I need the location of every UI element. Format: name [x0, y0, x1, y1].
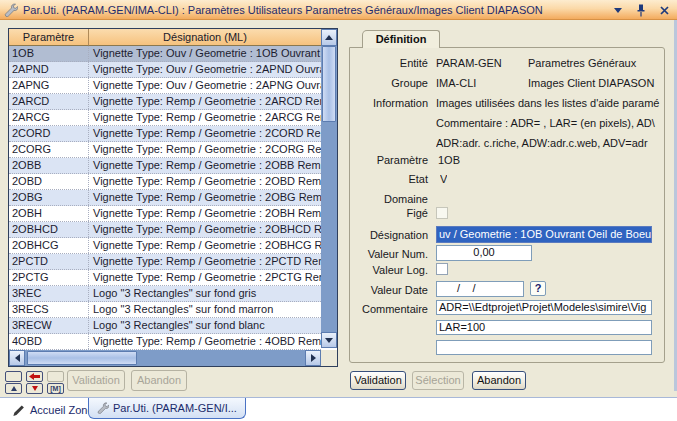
- designation-cell: Vignette Type: Remp / Geometrie : 2CORG …: [89, 142, 321, 157]
- designation-cell: Vignette Type: Remp / Geometrie : 2OBHCD…: [89, 222, 321, 237]
- etat-label: Etat: [352, 173, 428, 185]
- table-row[interactable]: 2PCTGVignette Type: Remp / Geometrie : 2…: [9, 270, 321, 286]
- valeur-num-input[interactable]: 0,00: [436, 245, 532, 261]
- param-cell: 2PCTG: [9, 270, 89, 285]
- designation-cell: Vignette Type: Ouv / Geometrie : 2APNG O…: [89, 78, 321, 93]
- table-row[interactable]: 2APNDVignette Type: Ouv / Geometrie : 2A…: [9, 62, 321, 78]
- titlebar: Par.Uti. (PARAM-GEN/IMA-CLI) : Paramètre…: [0, 0, 677, 20]
- table-row[interactable]: 2ARCDVignette Type: Remp / Geometrie : 2…: [9, 94, 321, 110]
- groupe-desc: Images Client DIAPASON: [528, 77, 660, 89]
- designation-cell: Vignette Type: Remp / Geometrie : 2OBD R…: [89, 174, 321, 189]
- tab-definition[interactable]: Définition: [362, 30, 440, 48]
- table-row[interactable]: 4OBDVignette Type: Remp / Geometrie : 4O…: [9, 334, 321, 350]
- table-row[interactable]: 2PCTDVignette Type: Remp / Geometrie : 2…: [9, 254, 321, 270]
- valeur-date-input[interactable]: / /: [436, 281, 524, 297]
- commentaire-input-3[interactable]: [436, 340, 652, 355]
- record-up-button[interactable]: [5, 383, 22, 394]
- designation-cell: Vignette Type: Remp / Geometrie : 2OBHCG…: [89, 238, 321, 253]
- table-row[interactable]: 3RECLogo "3 Rectangles" sur fond gris: [9, 286, 321, 302]
- red-left-arrow-icon: [29, 373, 40, 380]
- pin-icon[interactable]: [634, 3, 648, 17]
- param-cell: 3REC: [9, 286, 89, 301]
- horizontal-scrollbar[interactable]: [25, 350, 305, 366]
- record-extra-button: [47, 371, 64, 382]
- horizontal-scrollbar-thumb[interactable]: [27, 351, 137, 365]
- close-icon[interactable]: [657, 3, 671, 17]
- parameters-grid: Paramètre Désignation (ML) 1OBVignette T…: [8, 28, 338, 367]
- entite-code: PARAM-GEN: [436, 57, 502, 69]
- record-first-button[interactable]: [5, 371, 22, 382]
- abandon-button[interactable]: Abandon: [472, 371, 526, 390]
- table-row[interactable]: 2OBHCDVignette Type: Remp / Geometrie : …: [9, 222, 321, 238]
- table-row[interactable]: 2CORDVignette Type: Remp / Geometrie : 2…: [9, 126, 321, 142]
- tab-label: Par.Uti. (PARAM-GEN/I...: [113, 402, 237, 414]
- designation-label: Désignation: [352, 229, 428, 241]
- record-mark-button[interactable]: [26, 371, 43, 382]
- designation-cell: Logo "3 Rectangles" sur fond marron: [89, 302, 321, 317]
- scroll-down-button[interactable]: [321, 332, 337, 348]
- param-cell: 2OBH: [9, 206, 89, 221]
- param-cell: 2CORG: [9, 142, 89, 157]
- param-cell: 2OBHCG: [9, 238, 89, 253]
- commentaire-label: Commentaire: [352, 303, 428, 315]
- table-row[interactable]: 2ARCGVignette Type: Remp / Geometrie : 2…: [9, 110, 321, 126]
- definition-panel: Entité PARAM-GEN Parametres Généraux Gro…: [349, 47, 665, 363]
- vertical-scrollbar-thumb[interactable]: [322, 46, 336, 122]
- designation-cell: Vignette Type: Remp / Geometrie : 4OBD R…: [89, 334, 321, 349]
- designation-cell: Vignette Type: Ouv / Geometrie : 1OB Ouv…: [89, 46, 321, 61]
- table-row[interactable]: 2CORGVignette Type: Remp / Geometrie : 2…: [9, 142, 321, 158]
- table-row[interactable]: 1OBVignette Type: Ouv / Geometrie : 1OB …: [9, 46, 321, 62]
- param-cell: 2APNG: [9, 78, 89, 93]
- designation-cell: Vignette Type: Remp / Geometrie : 2PCTD …: [89, 254, 321, 269]
- scroll-right-button[interactable]: [305, 350, 321, 366]
- param-cell: 2CORD: [9, 126, 89, 141]
- table-row[interactable]: 2APNGVignette Type: Ouv / Geometrie : 2A…: [9, 78, 321, 94]
- date-help-button[interactable]: ?: [530, 281, 546, 296]
- left-validation-button: Validation: [67, 370, 125, 391]
- param-cell: 3RECS: [9, 302, 89, 317]
- param-cell: 2OBG: [9, 190, 89, 205]
- selection-button: Sélection: [412, 371, 464, 390]
- column-header-designation[interactable]: Désignation (ML): [89, 29, 321, 46]
- vertical-scrollbar[interactable]: [321, 46, 337, 332]
- param-cell: 2OBD: [9, 174, 89, 189]
- table-row[interactable]: 2OBDVignette Type: Remp / Geometrie : 2O…: [9, 174, 321, 190]
- param-cell: 1OB: [9, 46, 89, 61]
- column-header-parametre[interactable]: Paramètre: [9, 29, 89, 46]
- table-row[interactable]: 2OBHCGVignette Type: Remp / Geometrie : …: [9, 238, 321, 254]
- table-row[interactable]: 2OBGVignette Type: Remp / Geometrie : 2O…: [9, 190, 321, 206]
- red-down-triangle-icon: [32, 386, 38, 391]
- wrench-icon: [97, 402, 109, 414]
- param-cell: 4OBD: [9, 334, 89, 349]
- scroll-left-button[interactable]: [9, 350, 25, 366]
- information-line: Commentaire : ADR= , LAR= (en pixels), A…: [436, 117, 662, 129]
- designation-input[interactable]: uv / Geometrie : 1OB Ouvrant Oeil de Boe…: [436, 226, 652, 243]
- parametre-value: 1OB: [438, 154, 460, 166]
- information-line: ADR:adr. c.riche, ADW:adr.c.web, ADV=adr: [436, 137, 662, 149]
- commentaire-input-1[interactable]: ADR=\\Edtprojet\Projet\Modeles\simire\Vi…: [436, 300, 652, 315]
- table-row[interactable]: 2OBBVignette Type: Remp / Geometrie : 2O…: [9, 158, 321, 174]
- validation-button[interactable]: Validation: [350, 371, 406, 390]
- param-cell: 3RECW: [9, 318, 89, 333]
- scroll-up-button[interactable]: [321, 29, 337, 46]
- table-row[interactable]: 3RECWLogo "3 Rectangles" sur fond blanc: [9, 318, 321, 334]
- commentaire-input-2[interactable]: LAR=100: [436, 320, 652, 335]
- chevron-down-icon[interactable]: [611, 3, 625, 17]
- m-icon: [M]: [50, 385, 61, 392]
- tab-par-uti[interactable]: Par.Uti. (PARAM-GEN/I...: [88, 398, 246, 419]
- param-cell: 2PCTD: [9, 254, 89, 269]
- designation-cell: Logo "3 Rectangles" sur fond gris: [89, 286, 321, 301]
- designation-cell: Vignette Type: Remp / Geometrie : 2OBB R…: [89, 158, 321, 173]
- scrollbar-corner: [321, 350, 337, 366]
- entite-label: Entité: [352, 57, 428, 69]
- valeur-log-label: Valeur Log.: [352, 264, 428, 276]
- wrench-icon: [4, 3, 18, 17]
- table-row[interactable]: 2OBHVignette Type: Remp / Geometrie : 2O…: [9, 206, 321, 222]
- param-cell: 2APND: [9, 62, 89, 77]
- table-row[interactable]: 3RECSLogo "3 Rectangles" sur fond marron: [9, 302, 321, 318]
- record-down-button[interactable]: [26, 383, 43, 394]
- record-middle-button[interactable]: [M]: [47, 383, 64, 394]
- param-cell: 2OBB: [9, 158, 89, 173]
- window-title: Par.Uti. (PARAM-GEN/IMA-CLI) : Paramètre…: [23, 4, 543, 16]
- valeur-log-checkbox[interactable]: [436, 263, 448, 275]
